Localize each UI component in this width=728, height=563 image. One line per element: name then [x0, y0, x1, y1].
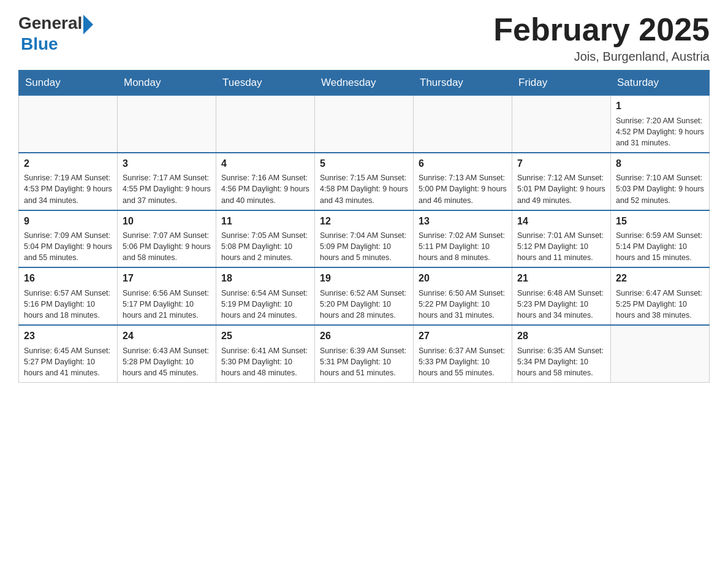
day-info: Sunrise: 7:02 AM Sunset: 5:11 PM Dayligh… [419, 230, 507, 263]
logo: General Blue [18, 12, 93, 54]
day-info: Sunrise: 7:01 AM Sunset: 5:12 PM Dayligh… [517, 230, 605, 263]
day-number: 2 [24, 157, 112, 170]
table-row: 23Sunrise: 6:45 AM Sunset: 5:27 PM Dayli… [19, 325, 118, 382]
calendar-week-row: 1Sunrise: 7:20 AM Sunset: 4:52 PM Daylig… [19, 96, 710, 153]
table-row [315, 96, 414, 153]
day-info: Sunrise: 7:15 AM Sunset: 4:58 PM Dayligh… [320, 172, 408, 205]
day-info: Sunrise: 7:09 AM Sunset: 5:04 PM Dayligh… [24, 230, 112, 263]
day-number: 18 [221, 272, 309, 285]
day-info: Sunrise: 6:37 AM Sunset: 5:33 PM Dayligh… [419, 345, 507, 378]
day-number: 21 [517, 272, 605, 285]
day-number: 15 [616, 215, 704, 228]
table-row: 2Sunrise: 7:19 AM Sunset: 4:53 PM Daylig… [19, 153, 118, 210]
day-info: Sunrise: 6:59 AM Sunset: 5:14 PM Dayligh… [616, 230, 704, 263]
day-info: Sunrise: 6:47 AM Sunset: 5:25 PM Dayligh… [616, 288, 704, 321]
header-monday: Monday [118, 71, 216, 96]
day-number: 7 [517, 157, 605, 170]
table-row: 17Sunrise: 6:56 AM Sunset: 5:17 PM Dayli… [118, 267, 216, 325]
day-info: Sunrise: 7:20 AM Sunset: 4:52 PM Dayligh… [616, 115, 704, 148]
day-info: Sunrise: 7:07 AM Sunset: 5:06 PM Dayligh… [123, 230, 211, 263]
day-info: Sunrise: 6:48 AM Sunset: 5:23 PM Dayligh… [517, 288, 605, 321]
table-row: 10Sunrise: 7:07 AM Sunset: 5:06 PM Dayli… [118, 210, 216, 268]
day-info: Sunrise: 6:57 AM Sunset: 5:16 PM Dayligh… [24, 288, 112, 321]
day-info: Sunrise: 6:35 AM Sunset: 5:34 PM Dayligh… [517, 345, 605, 378]
table-row: 9Sunrise: 7:09 AM Sunset: 5:04 PM Daylig… [19, 210, 118, 268]
table-row: 16Sunrise: 6:57 AM Sunset: 5:16 PM Dayli… [19, 267, 118, 325]
table-row: 15Sunrise: 6:59 AM Sunset: 5:14 PM Dayli… [611, 210, 710, 268]
header-thursday: Thursday [414, 71, 512, 96]
day-number: 28 [517, 329, 605, 343]
header-friday: Friday [512, 71, 611, 96]
day-info: Sunrise: 7:10 AM Sunset: 5:03 PM Dayligh… [616, 172, 704, 205]
table-row: 27Sunrise: 6:37 AM Sunset: 5:33 PM Dayli… [414, 325, 512, 382]
day-number: 10 [123, 215, 211, 228]
header-sunday: Sunday [19, 71, 118, 96]
day-number: 5 [320, 157, 408, 170]
day-info: Sunrise: 6:45 AM Sunset: 5:27 PM Dayligh… [24, 345, 112, 378]
calendar-week-row: 2Sunrise: 7:19 AM Sunset: 4:53 PM Daylig… [19, 153, 710, 210]
day-number: 9 [24, 215, 112, 228]
logo-arrow-icon [83, 15, 93, 34]
day-number: 24 [123, 329, 211, 343]
day-number: 4 [221, 157, 309, 170]
day-info: Sunrise: 7:04 AM Sunset: 5:09 PM Dayligh… [320, 230, 408, 263]
table-row [512, 96, 611, 153]
table-row: 5Sunrise: 7:15 AM Sunset: 4:58 PM Daylig… [315, 153, 414, 210]
table-row [216, 96, 315, 153]
weekday-header-row: Sunday Monday Tuesday Wednesday Thursday… [19, 71, 710, 96]
day-info: Sunrise: 7:17 AM Sunset: 4:55 PM Dayligh… [123, 172, 211, 205]
day-info: Sunrise: 6:41 AM Sunset: 5:30 PM Dayligh… [221, 345, 309, 378]
day-info: Sunrise: 6:56 AM Sunset: 5:17 PM Dayligh… [123, 288, 211, 321]
table-row: 22Sunrise: 6:47 AM Sunset: 5:25 PM Dayli… [611, 267, 710, 325]
page-header: General Blue February 2025 Jois, Burgenl… [18, 12, 710, 64]
table-row: 1Sunrise: 7:20 AM Sunset: 4:52 PM Daylig… [611, 96, 710, 153]
table-row: 28Sunrise: 6:35 AM Sunset: 5:34 PM Dayli… [512, 325, 611, 382]
day-number: 13 [419, 215, 507, 228]
table-row: 3Sunrise: 7:17 AM Sunset: 4:55 PM Daylig… [118, 153, 216, 210]
calendar-week-row: 16Sunrise: 6:57 AM Sunset: 5:16 PM Dayli… [19, 267, 710, 325]
day-number: 20 [419, 272, 507, 285]
table-row: 20Sunrise: 6:50 AM Sunset: 5:22 PM Dayli… [414, 267, 512, 325]
table-row: 18Sunrise: 6:54 AM Sunset: 5:19 PM Dayli… [216, 267, 315, 325]
day-info: Sunrise: 6:50 AM Sunset: 5:22 PM Dayligh… [419, 288, 507, 321]
table-row: 25Sunrise: 6:41 AM Sunset: 5:30 PM Dayli… [216, 325, 315, 382]
table-row: 8Sunrise: 7:10 AM Sunset: 5:03 PM Daylig… [611, 153, 710, 210]
logo-blue-text: Blue [21, 34, 58, 54]
day-number: 23 [24, 329, 112, 343]
table-row: 4Sunrise: 7:16 AM Sunset: 4:56 PM Daylig… [216, 153, 315, 210]
table-row: 21Sunrise: 6:48 AM Sunset: 5:23 PM Dayli… [512, 267, 611, 325]
calendar-table: Sunday Monday Tuesday Wednesday Thursday… [18, 70, 710, 383]
day-info: Sunrise: 7:16 AM Sunset: 4:56 PM Dayligh… [221, 172, 309, 205]
table-row: 11Sunrise: 7:05 AM Sunset: 5:08 PM Dayli… [216, 210, 315, 268]
day-info: Sunrise: 7:05 AM Sunset: 5:08 PM Dayligh… [221, 230, 309, 263]
day-number: 3 [123, 157, 211, 170]
day-info: Sunrise: 6:39 AM Sunset: 5:31 PM Dayligh… [320, 345, 408, 378]
table-row [19, 96, 118, 153]
day-number: 8 [616, 157, 704, 170]
day-number: 14 [517, 215, 605, 228]
day-info: Sunrise: 6:52 AM Sunset: 5:20 PM Dayligh… [320, 288, 408, 321]
day-info: Sunrise: 6:43 AM Sunset: 5:28 PM Dayligh… [123, 345, 211, 378]
day-info: Sunrise: 6:54 AM Sunset: 5:19 PM Dayligh… [221, 288, 309, 321]
day-number: 6 [419, 157, 507, 170]
day-number: 26 [320, 329, 408, 343]
table-row: 6Sunrise: 7:13 AM Sunset: 5:00 PM Daylig… [414, 153, 512, 210]
day-info: Sunrise: 7:12 AM Sunset: 5:01 PM Dayligh… [517, 172, 605, 205]
header-tuesday: Tuesday [216, 71, 315, 96]
table-row: 7Sunrise: 7:12 AM Sunset: 5:01 PM Daylig… [512, 153, 611, 210]
day-number: 16 [24, 272, 112, 285]
day-number: 12 [320, 215, 408, 228]
day-number: 11 [221, 215, 309, 228]
table-row [611, 325, 710, 382]
day-info: Sunrise: 7:13 AM Sunset: 5:00 PM Dayligh… [419, 172, 507, 205]
table-row: 26Sunrise: 6:39 AM Sunset: 5:31 PM Dayli… [315, 325, 414, 382]
table-row: 13Sunrise: 7:02 AM Sunset: 5:11 PM Dayli… [414, 210, 512, 268]
day-number: 25 [221, 329, 309, 343]
day-info: Sunrise: 7:19 AM Sunset: 4:53 PM Dayligh… [24, 172, 112, 205]
day-number: 22 [616, 272, 704, 285]
table-row [118, 96, 216, 153]
day-number: 19 [320, 272, 408, 285]
day-number: 17 [123, 272, 211, 285]
month-title: February 2025 [493, 12, 710, 47]
day-number: 27 [419, 329, 507, 343]
